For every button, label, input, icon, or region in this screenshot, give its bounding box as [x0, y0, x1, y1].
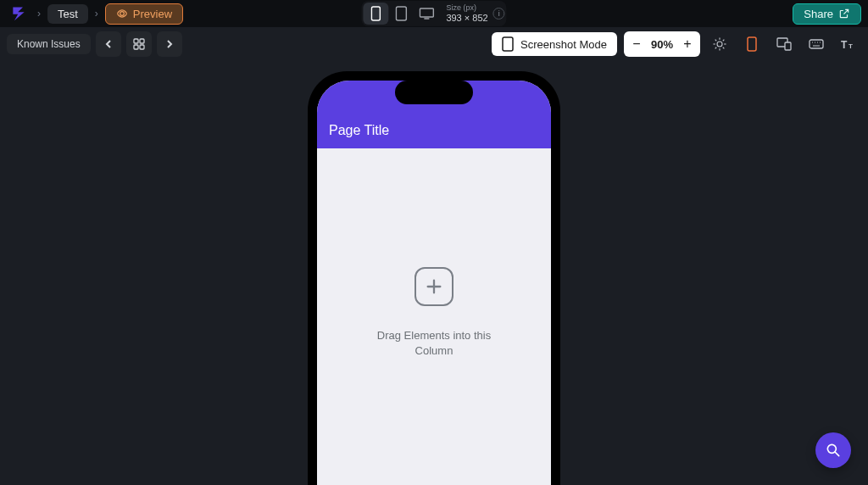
size-info: Size (px) 393 × 852	[446, 3, 487, 24]
breadcrumb-project[interactable]: Test	[47, 4, 88, 24]
subbar-right: Screenshot Mode − 90% + TT	[492, 31, 861, 57]
mobile-icon	[747, 36, 757, 52]
theme-toggle-button[interactable]	[707, 31, 732, 57]
sub-toolbar: Known Issues Screenshot Mode − 90% +	[0, 27, 868, 61]
chevron-right-icon: ›	[92, 8, 102, 20]
help-fab[interactable]	[815, 432, 851, 468]
phone-frame: Page Title Drag Elements into this Colum…	[308, 71, 560, 485]
svg-rect-18	[748, 37, 756, 51]
svg-line-16	[715, 47, 717, 49]
svg-rect-7	[140, 45, 144, 49]
page-body-drop-zone[interactable]: Drag Elements into this Column	[317, 148, 551, 485]
device-mobile-button[interactable]	[363, 3, 388, 25]
zoom-out-button[interactable]: −	[626, 33, 648, 55]
svg-rect-0	[371, 7, 380, 20]
subbar-left: Known Issues	[7, 31, 182, 57]
svg-line-15	[723, 47, 725, 49]
grid-icon	[133, 38, 145, 50]
device-tablet-button[interactable]	[388, 3, 414, 25]
svg-rect-21	[810, 40, 823, 48]
svg-line-32	[836, 453, 839, 456]
phone-screen: Page Title Drag Elements into this Colum…	[317, 81, 551, 485]
svg-point-31	[827, 444, 836, 453]
svg-rect-1	[396, 7, 406, 20]
keyboard-button[interactable]	[804, 31, 829, 57]
known-issues-button[interactable]: Known Issues	[7, 34, 91, 54]
device-desktop-button[interactable]	[414, 3, 439, 25]
mobile-icon	[370, 6, 381, 21]
devices-icon	[776, 37, 792, 51]
phone-notch	[395, 81, 473, 104]
svg-rect-20	[785, 42, 791, 50]
preview-label: Preview	[133, 8, 172, 20]
tablet-icon	[395, 6, 407, 21]
svg-line-17	[723, 40, 725, 42]
page-title: Page Title	[329, 123, 389, 138]
size-dimensions: 393 × 852	[446, 13, 487, 24]
svg-line-14	[715, 40, 717, 42]
text-size-icon: TT	[841, 38, 856, 50]
breadcrumb: › Test › Preview	[7, 3, 183, 25]
eye-icon	[116, 8, 128, 20]
preview-canvas[interactable]: Page Title Drag Elements into this Colum…	[0, 61, 868, 485]
svg-point-9	[717, 42, 722, 47]
device-icon	[502, 36, 514, 52]
zoom-control: − 90% +	[624, 31, 700, 57]
svg-rect-5	[140, 39, 144, 43]
screenshot-mode-label: Screenshot Mode	[520, 38, 607, 51]
grid-button[interactable]	[126, 31, 152, 57]
chevron-right-icon	[164, 39, 175, 49]
info-icon[interactable]: i	[493, 8, 505, 20]
svg-text:T: T	[849, 42, 853, 50]
svg-rect-2	[420, 8, 433, 17]
svg-rect-8	[503, 37, 513, 51]
search-icon	[825, 442, 842, 459]
responsive-button[interactable]	[771, 31, 797, 57]
zoom-value: 90%	[648, 38, 676, 51]
drop-hint-text: Drag Elements into this Column	[375, 328, 493, 359]
svg-rect-6	[134, 45, 138, 49]
flutterflow-logo-icon	[10, 5, 27, 22]
chevron-left-icon	[103, 39, 114, 49]
app-logo[interactable]	[7, 3, 31, 24]
size-label: Size (px)	[446, 3, 476, 13]
device-frame-button[interactable]	[739, 31, 765, 57]
share-button[interactable]: Share	[793, 3, 861, 25]
screenshot-mode-button[interactable]: Screenshot Mode	[492, 32, 617, 56]
text-size-button[interactable]: TT	[836, 31, 861, 57]
header-right: Share	[793, 3, 861, 25]
top-header: › Test › Preview Size (px) 393 × 852 i S…	[0, 0, 868, 27]
chevron-right-icon: ›	[34, 8, 44, 20]
plus-icon	[425, 277, 443, 296]
svg-rect-4	[134, 39, 138, 43]
nav-back-button[interactable]	[96, 31, 121, 57]
keyboard-icon	[809, 39, 824, 49]
svg-text:T: T	[841, 39, 848, 50]
share-label: Share	[804, 8, 833, 20]
preview-button[interactable]: Preview	[105, 3, 183, 25]
sun-icon	[712, 36, 727, 52]
device-switcher: Size (px) 393 × 852 i	[361, 1, 506, 26]
nav-forward-button[interactable]	[157, 31, 182, 57]
external-link-icon	[838, 8, 850, 20]
desktop-icon	[419, 8, 434, 20]
add-icon[interactable]	[415, 267, 453, 306]
zoom-in-button[interactable]: +	[676, 33, 698, 55]
